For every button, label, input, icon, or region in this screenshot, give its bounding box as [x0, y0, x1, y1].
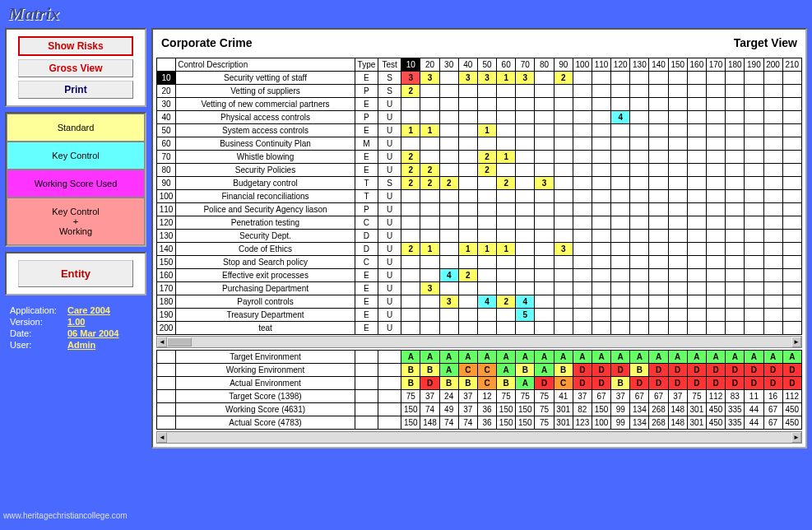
- matrix-cell[interactable]: [782, 309, 801, 322]
- matrix-cell[interactable]: [706, 309, 725, 322]
- matrix-cell[interactable]: [763, 85, 782, 98]
- matrix-cell[interactable]: [477, 216, 496, 230]
- matrix-cell[interactable]: [516, 216, 535, 230]
- matrix-cell[interactable]: [439, 322, 458, 335]
- matrix-cell[interactable]: [630, 295, 649, 309]
- table-row[interactable]: 60Business Continuity PlanMU: [157, 137, 802, 151]
- matrix-cell[interactable]: [630, 309, 649, 322]
- header-col-210[interactable]: 210: [782, 58, 801, 72]
- matrix-cell[interactable]: [477, 282, 496, 295]
- matrix-cell[interactable]: [687, 190, 706, 203]
- matrix-cell[interactable]: [726, 111, 745, 124]
- matrix-cell[interactable]: [592, 190, 610, 203]
- matrix-cell[interactable]: [726, 322, 745, 335]
- matrix-cell[interactable]: [592, 85, 610, 98]
- matrix-cell[interactable]: [668, 72, 687, 85]
- matrix-cell[interactable]: [611, 282, 630, 295]
- matrix-cell[interactable]: [458, 309, 477, 322]
- matrix-cell[interactable]: [497, 85, 516, 98]
- matrix-cell[interactable]: [592, 151, 610, 164]
- matrix-cell[interactable]: [630, 111, 649, 124]
- row-number[interactable]: 20: [157, 85, 176, 98]
- matrix-cell[interactable]: [706, 151, 725, 164]
- matrix-cell[interactable]: [535, 203, 554, 216]
- print-button[interactable]: Print: [18, 81, 133, 99]
- header-col-170[interactable]: 170: [706, 58, 725, 72]
- matrix-cell[interactable]: [782, 151, 801, 164]
- matrix-cell[interactable]: [573, 177, 592, 190]
- matrix-cell[interactable]: [706, 98, 725, 111]
- table-row[interactable]: 200teatEU: [157, 322, 802, 335]
- matrix-cell[interactable]: [687, 72, 706, 85]
- matrix-cell[interactable]: [668, 177, 687, 190]
- matrix-cell[interactable]: [592, 98, 610, 111]
- matrix-cell[interactable]: [535, 85, 554, 98]
- matrix-cell[interactable]: [630, 282, 649, 295]
- matrix-cell[interactable]: [554, 98, 573, 111]
- matrix-cell[interactable]: [573, 230, 592, 243]
- matrix-cell[interactable]: [516, 256, 535, 269]
- matrix-cell[interactable]: [782, 98, 801, 111]
- matrix-cell[interactable]: [668, 85, 687, 98]
- matrix-cell[interactable]: [630, 216, 649, 230]
- matrix-cell[interactable]: [554, 164, 573, 177]
- matrix-cell[interactable]: [458, 282, 477, 295]
- matrix-cell[interactable]: [458, 164, 477, 177]
- matrix-cell[interactable]: [668, 98, 687, 111]
- header-col-140[interactable]: 140: [649, 58, 668, 72]
- matrix-cell[interactable]: [554, 177, 573, 190]
- matrix-cell[interactable]: 1: [497, 72, 516, 85]
- matrix-cell[interactable]: [592, 322, 610, 335]
- row-description[interactable]: Security Policies: [176, 164, 355, 177]
- row-number[interactable]: 90: [157, 177, 176, 190]
- matrix-cell[interactable]: [439, 85, 458, 98]
- matrix-cell[interactable]: [439, 190, 458, 203]
- matrix-cell[interactable]: [439, 151, 458, 164]
- matrix-cell[interactable]: [782, 216, 801, 230]
- matrix-cell[interactable]: [687, 151, 706, 164]
- matrix-cell[interactable]: [630, 98, 649, 111]
- matrix-cell[interactable]: [497, 111, 516, 124]
- matrix-cell[interactable]: [745, 111, 763, 124]
- matrix-cell[interactable]: [497, 230, 516, 243]
- matrix-cell[interactable]: [668, 243, 687, 256]
- matrix-cell[interactable]: [458, 203, 477, 216]
- matrix-cell[interactable]: [535, 164, 554, 177]
- row-number[interactable]: 190: [157, 309, 176, 322]
- matrix-cell[interactable]: [420, 98, 439, 111]
- matrix-cell[interactable]: [668, 282, 687, 295]
- header-col-110[interactable]: 110: [592, 58, 610, 72]
- matrix-cell[interactable]: 1: [401, 124, 420, 137]
- matrix-cell[interactable]: [497, 256, 516, 269]
- matrix-cell[interactable]: [592, 282, 610, 295]
- matrix-cell[interactable]: [611, 203, 630, 216]
- matrix-cell[interactable]: [439, 111, 458, 124]
- matrix-cell[interactable]: [726, 230, 745, 243]
- matrix-cell[interactable]: [726, 137, 745, 151]
- matrix-cell[interactable]: [687, 269, 706, 282]
- matrix-cell[interactable]: [745, 203, 763, 216]
- matrix-cell[interactable]: [554, 137, 573, 151]
- matrix-cell[interactable]: [535, 151, 554, 164]
- matrix-cell[interactable]: [668, 230, 687, 243]
- row-description[interactable]: Vetting of new commercial partners: [176, 98, 355, 111]
- matrix-cell[interactable]: [554, 111, 573, 124]
- matrix-cell[interactable]: [706, 295, 725, 309]
- matrix-cell[interactable]: [687, 295, 706, 309]
- matrix-cell[interactable]: [706, 177, 725, 190]
- matrix-cell[interactable]: [401, 230, 420, 243]
- matrix-cell[interactable]: [439, 309, 458, 322]
- header-col-130[interactable]: 130: [630, 58, 649, 72]
- matrix-cell[interactable]: 1: [497, 243, 516, 256]
- matrix-cell[interactable]: [573, 269, 592, 282]
- row-description[interactable]: Vetting of suppliers: [176, 85, 355, 98]
- matrix-cell[interactable]: [745, 322, 763, 335]
- table-row[interactable]: 70Whistle blowingEU221: [157, 151, 802, 164]
- matrix-cell[interactable]: 2: [420, 164, 439, 177]
- matrix-cell[interactable]: [401, 203, 420, 216]
- matrix-cell[interactable]: [687, 177, 706, 190]
- header-col-160[interactable]: 160: [687, 58, 706, 72]
- matrix-cell[interactable]: [516, 190, 535, 203]
- matrix-cell[interactable]: [726, 256, 745, 269]
- matrix-cell[interactable]: [782, 322, 801, 335]
